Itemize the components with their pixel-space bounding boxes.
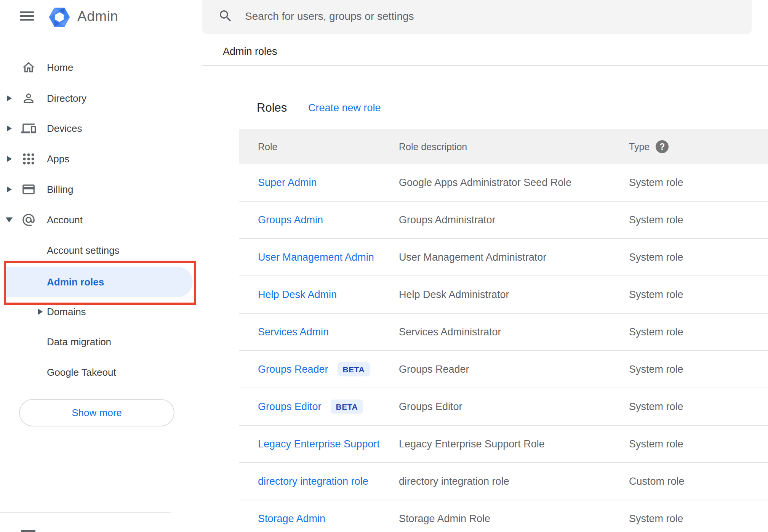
role-type: System role [629, 401, 683, 413]
role-link[interactable]: Legacy Enterprise Support [258, 438, 380, 450]
brand-header: Admin [0, 0, 202, 34]
role-link[interactable]: Groups Reader BETA [258, 362, 370, 377]
role-description: Legacy Enterprise Support Role [399, 438, 545, 450]
sidebar-item-label: Admin roles [47, 276, 104, 288]
chevron-right-icon[interactable] [7, 95, 12, 101]
credit-card-icon [21, 182, 36, 197]
sidebar-item-devices[interactable]: Devices [0, 113, 202, 144]
sidebar-item-label: Google Takeout [47, 367, 116, 378]
beta-badge: BETA [338, 362, 370, 377]
role-type: System role [629, 214, 683, 226]
sidebar-item-data-migration[interactable]: Data migration [0, 327, 202, 357]
sidebar-item-label: Account settings [47, 245, 120, 256]
app-title: Admin [77, 8, 118, 24]
page-title: Admin roles [223, 46, 277, 58]
roles-heading: Roles [257, 101, 287, 115]
sidebar-item-google-takeout[interactable]: Google Takeout [0, 357, 202, 388]
role-type: System role [629, 177, 683, 189]
role-description: Groups Reader [399, 364, 469, 375]
sidebar: Admin Home Directory Devices [0, 0, 202, 532]
chevron-right-icon[interactable] [38, 309, 43, 315]
sidebar-item-account-settings[interactable]: Account settings [0, 235, 202, 266]
sidebar-item-label: Devices [47, 123, 82, 135]
role-description: User Management Administrator [399, 252, 546, 263]
role-description: Groups Administrator [399, 214, 496, 226]
table-row: Groups Admin Groups Administrator System… [239, 202, 768, 239]
role-type: System role [629, 513, 683, 525]
menu-icon[interactable] [20, 11, 34, 21]
show-more-button[interactable]: Show more [19, 399, 174, 426]
role-description: Help Desk Administrator [399, 289, 509, 301]
role-type: System role [629, 289, 683, 301]
sidebar-divider [0, 512, 171, 513]
table-row: directory integration role directory int… [239, 463, 768, 500]
role-link[interactable]: Storage Admin [258, 513, 325, 525]
table-row: Legacy Enterprise Support Legacy Enterpr… [239, 426, 768, 463]
role-type: System role [629, 438, 683, 450]
sidebar-item-label: Home [47, 62, 73, 74]
beta-badge: BETA [331, 400, 363, 414]
role-link[interactable]: Groups Editor BETA [258, 400, 363, 414]
chevron-down-icon[interactable] [6, 218, 13, 223]
sidebar-item-label: Data migration [47, 336, 111, 348]
chevron-right-icon[interactable] [7, 125, 12, 131]
role-link[interactable]: User Management Admin [258, 252, 374, 263]
sidebar-item-label: Account [47, 214, 83, 226]
table-header-row: Role Role description Type ? [239, 129, 768, 164]
apps-grid-icon [21, 152, 36, 166]
table-row: Groups Reader BETA Groups Reader System … [239, 351, 768, 388]
help-icon[interactable]: ? [656, 140, 669, 153]
sidebar-item-label: Directory [47, 93, 86, 104]
person-icon [21, 91, 36, 106]
home-icon [21, 60, 36, 75]
table-row: Storage Admin Storage Admin Role System … [239, 500, 768, 532]
admin-logo-icon [48, 6, 70, 28]
sidebar-item-apps[interactable]: Apps [0, 144, 202, 174]
sidebar-item-billing[interactable]: Billing [0, 174, 202, 205]
role-type: System role [629, 252, 683, 263]
role-type: System role [629, 326, 683, 338]
roles-card-header: Roles Create new role [239, 86, 768, 129]
column-header-type-label: Type [629, 141, 650, 152]
devices-icon [21, 121, 36, 136]
sidebar-item-account[interactable]: Account [0, 205, 202, 235]
sidebar-item-domains[interactable]: Domains [0, 296, 202, 327]
sidebar-item-directory[interactable]: Directory [0, 83, 202, 114]
role-description: Storage Admin Role [399, 513, 490, 525]
create-new-role-link[interactable]: Create new role [308, 102, 381, 114]
chevron-right-icon[interactable] [7, 156, 12, 162]
sidebar-item-label: Billing [47, 184, 73, 195]
table-row: Super Admin Google Apps Administrator Se… [239, 164, 768, 202]
role-link-label: Groups Reader [258, 364, 328, 375]
roles-card: Roles Create new role Role Role descript… [239, 86, 768, 532]
column-header-role: Role [258, 141, 277, 152]
search-icon [218, 8, 233, 24]
role-link[interactable]: Groups Admin [258, 214, 323, 226]
table-row: Groups Editor BETA Groups Editor System … [239, 388, 768, 426]
sidebar-item-label: Apps [47, 153, 69, 165]
admin-console-screen: Admin Home Directory Devices [0, 0, 768, 532]
search-input[interactable] [245, 8, 733, 25]
at-sign-icon [21, 213, 36, 227]
role-description: directory integration role [399, 476, 509, 487]
role-type: Custom role [629, 476, 685, 487]
role-link[interactable]: Super Admin [258, 177, 317, 189]
table-row: Services Admin Services Administrator Sy… [239, 314, 768, 351]
chevron-right-icon[interactable] [7, 186, 12, 192]
search-bar[interactable] [202, 0, 752, 34]
table-row: User Management Admin User Management Ad… [239, 239, 768, 276]
title-divider [202, 65, 768, 66]
table-row: Help Desk Admin Help Desk Administrator … [239, 276, 768, 314]
role-description: Groups Editor [399, 401, 462, 413]
column-header-type: Type ? [629, 140, 669, 153]
column-header-role-description: Role description [399, 141, 467, 152]
role-type: System role [629, 364, 683, 375]
role-link[interactable]: Services Admin [258, 326, 329, 338]
role-description: Google Apps Administrator Seed Role [399, 177, 571, 189]
role-link[interactable]: directory integration role [258, 476, 368, 487]
role-description: Services Administrator [399, 326, 501, 338]
sidebar-item-label: Domains [47, 306, 86, 318]
sidebar-item-admin-roles[interactable]: Admin roles [6, 267, 193, 297]
sidebar-item-home[interactable]: Home [0, 52, 202, 83]
role-link[interactable]: Help Desk Admin [258, 289, 337, 301]
